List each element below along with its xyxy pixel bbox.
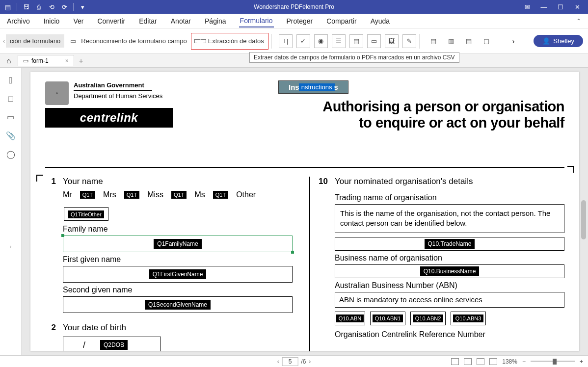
data-extract-icon: ⫍⫎ xyxy=(195,36,205,46)
centrelink-logo: centrelink xyxy=(45,108,173,128)
attachments-icon[interactable]: 📎 xyxy=(6,131,16,140)
user-name: Shelley xyxy=(553,37,574,45)
field-trade-name[interactable]: Q10.TradeName xyxy=(335,237,564,251)
field-abn0[interactable]: Q10.ABN xyxy=(335,312,365,325)
field-abn2[interactable]: Q10.ABN2 xyxy=(410,312,446,325)
undo-icon[interactable]: ⟲ xyxy=(48,3,55,11)
form-recognize-icon: ▭ xyxy=(68,36,78,46)
menu-convertir[interactable]: Convertir xyxy=(96,15,126,27)
redo-icon[interactable]: ⟳ xyxy=(60,3,68,11)
tool-list[interactable]: ▤ xyxy=(349,34,363,48)
tool-textfield[interactable]: T| xyxy=(279,34,293,48)
menu-proteger[interactable]: Proteger xyxy=(286,15,314,27)
chip-dob: Q2DOB xyxy=(100,340,128,350)
scrollbar[interactable] xyxy=(581,200,586,239)
zoom-out-icon[interactable]: − xyxy=(522,358,526,365)
chip-abn3: Q10.ABN3 xyxy=(453,315,484,322)
menu-ayuda[interactable]: Ayuda xyxy=(370,15,391,27)
menu-inicio[interactable]: Inicio xyxy=(43,15,61,27)
home-icon[interactable]: ⌂ xyxy=(2,56,16,65)
field-abn1[interactable]: Q10.ABN1 xyxy=(370,312,405,325)
tool-more2[interactable]: ▤ xyxy=(462,34,476,48)
thumbnails-icon[interactable]: ▯ xyxy=(6,75,16,84)
menu-pagina[interactable]: Página xyxy=(204,15,227,27)
gov-text: Australian Government Department of Huma… xyxy=(74,81,162,100)
collapse-ribbon-icon[interactable]: ⌃ xyxy=(576,18,581,25)
tool-template[interactable]: ▤ xyxy=(427,34,440,48)
q2-num: 2 xyxy=(45,323,56,351)
tab-doc[interactable]: ▭ form-1 × xyxy=(18,55,74,66)
page-prev-icon[interactable]: ‹ xyxy=(277,358,279,365)
qat-more-icon[interactable]: ▾ xyxy=(79,3,86,11)
cb-mr[interactable]: Q1T xyxy=(80,191,95,199)
zoom-in-icon[interactable]: + xyxy=(580,358,583,365)
inst-post: s xyxy=(334,83,338,91)
status-bar: ‹ 5 /6 › 138% − + xyxy=(0,355,588,367)
field-second-name[interactable]: Q1SecondGivenName xyxy=(63,296,293,313)
tool-button[interactable]: ▭ xyxy=(367,34,381,48)
page-next-icon[interactable]: › xyxy=(309,358,311,365)
view-single-icon[interactable] xyxy=(451,358,459,365)
menubar: Archivo Inicio Ver Convertir Editar Anot… xyxy=(0,14,588,28)
zoom-slider[interactable] xyxy=(531,361,575,362)
form-edit-button[interactable]: ción de formulario xyxy=(6,34,64,48)
form-recognize-button[interactable]: ▭ Reconocimiento de formulario campo xyxy=(64,33,190,49)
comments-icon[interactable]: ▭ xyxy=(6,112,16,122)
tool-checkbox[interactable]: ✓ xyxy=(296,34,310,48)
tool-radio[interactable]: ◉ xyxy=(314,34,328,48)
first-label: First given name xyxy=(63,255,293,264)
data-extract-button[interactable]: ⫍⫎ Extracción de datos xyxy=(191,33,268,50)
menu-editar[interactable]: Editar xyxy=(138,15,158,27)
tool-image[interactable]: 🖼 xyxy=(385,34,399,48)
view-facing-cont-icon[interactable] xyxy=(489,358,497,365)
menu-formulario[interactable]: Formulario xyxy=(239,15,274,27)
ribbon-scroll-left-icon[interactable]: ‹ xyxy=(3,38,5,45)
field-family-name[interactable]: Q1FamilyName xyxy=(63,236,293,252)
cb-mrs[interactable]: Q1T xyxy=(124,191,139,199)
expand-rail-icon[interactable]: › xyxy=(10,244,11,249)
bookmarks-icon[interactable]: ◻ xyxy=(6,93,16,103)
print-icon[interactable]: ⎙ xyxy=(35,3,43,11)
second-label: Second given name xyxy=(63,286,293,294)
menu-ver[interactable]: Ver xyxy=(72,15,84,27)
view-facing-icon[interactable] xyxy=(477,358,484,365)
menu-archivo[interactable]: Archivo xyxy=(6,15,31,27)
cb-ms[interactable]: Q1T xyxy=(213,191,228,199)
close-icon[interactable]: ✕ xyxy=(573,3,581,11)
gov-line1: Australian Government xyxy=(74,81,162,89)
dob-slash: / xyxy=(83,340,85,350)
tool-more3[interactable]: ▢ xyxy=(480,34,493,48)
minimize-icon[interactable]: ― xyxy=(540,3,548,11)
maximize-icon[interactable]: ☐ xyxy=(557,3,564,11)
tool-signature[interactable]: ✎ xyxy=(402,34,416,48)
abn-label: Australian Business Number (ABN) xyxy=(335,281,564,290)
tool-combo[interactable]: ☰ xyxy=(332,34,346,48)
field-bus-name[interactable]: Q10.BusinessName xyxy=(335,264,564,278)
tool-more1[interactable]: ▥ xyxy=(444,34,458,48)
inst-hi: nstructions xyxy=(299,83,335,91)
instructions-button[interactable]: Insnstructionss xyxy=(278,80,348,94)
view-continuous-icon[interactable] xyxy=(464,358,472,365)
opt-mr: Mr xyxy=(63,190,72,199)
q1-num: 1 xyxy=(45,177,56,316)
data-extract-label: Extracción de datos xyxy=(208,37,264,45)
mail-icon[interactable]: ✉ xyxy=(523,3,531,11)
chip-abn0: Q10.ABN xyxy=(336,315,364,322)
cb-miss[interactable]: Q1T xyxy=(171,191,187,199)
page-current[interactable]: 5 xyxy=(282,357,298,366)
field-dob[interactable]: / Q2DOB xyxy=(63,337,161,351)
field-title-other[interactable]: Q1TitleOther xyxy=(68,210,104,218)
menu-compartir[interactable]: Compartir xyxy=(325,15,357,27)
field-first-name[interactable]: Q1FirstGivenName xyxy=(63,266,293,283)
search-icon[interactable]: ◯ xyxy=(6,149,16,159)
tab-add-icon[interactable]: + xyxy=(79,56,83,65)
title-l2: to enquire or act on your behalf xyxy=(322,115,564,131)
titlebar: ▤ 🖫 ⎙ ⟲ ⟳ ▾ Wondershare PDFelement Pro ✉… xyxy=(0,0,588,14)
field-abn3[interactable]: Q10.ABN3 xyxy=(451,312,486,325)
ribbon-scroll-right-icon[interactable]: › xyxy=(508,34,519,48)
tab-close-icon[interactable]: × xyxy=(65,57,69,64)
save-icon[interactable]: 🖫 xyxy=(22,3,30,11)
menu-anotar[interactable]: Anotar xyxy=(170,15,192,27)
chip-abn1: Q10.ABN1 xyxy=(373,315,403,322)
user-pill[interactable]: 👤 Shelley xyxy=(534,35,583,47)
